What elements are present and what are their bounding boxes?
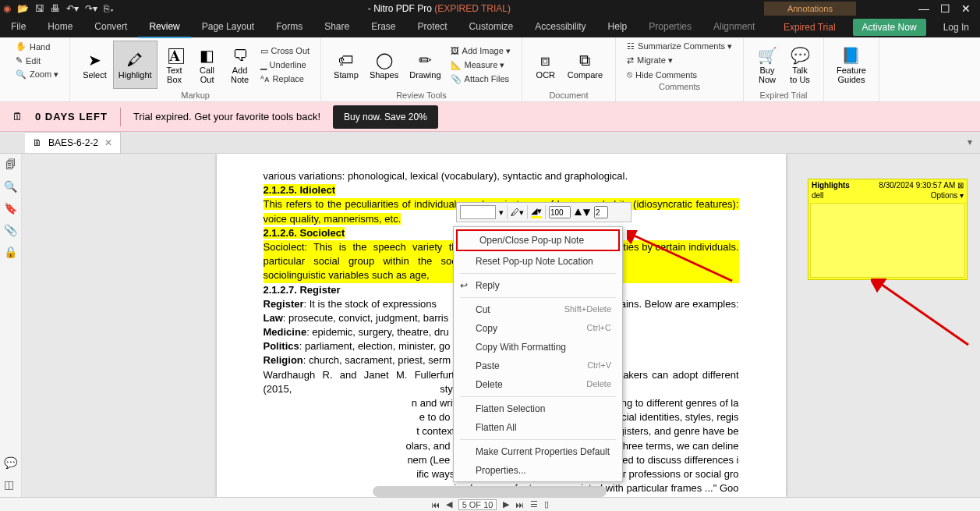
qat-more-icon[interactable]: ⎘▾	[104, 3, 115, 14]
replace-button[interactable]: ᴬᴀ Replace	[257, 73, 313, 85]
security-panel-icon[interactable]: 🔒	[4, 246, 17, 258]
login-button[interactable]: Log In	[932, 22, 980, 33]
menu-copy-formatting[interactable]: Copy With Formatting	[454, 338, 622, 357]
summarize-comments-button[interactable]: ☷ Summarize Comments ▾	[624, 41, 735, 52]
markup-group-label: Markup	[78, 89, 313, 100]
note-title: Highlights	[812, 181, 850, 190]
last-page-icon[interactable]: ⏭	[515, 500, 524, 509]
comments-panel-icon[interactable]: 💬	[4, 456, 17, 469]
menu-delete[interactable]: DeleteDelete	[454, 375, 622, 394]
hand-tool[interactable]: ✋ Hand	[12, 41, 62, 52]
reviewtools-group-label: Review Tools	[329, 89, 514, 100]
menu-alignment[interactable]: Alignment	[702, 16, 766, 38]
menu-reset-note-location[interactable]: Reset Pop-up Note Location	[454, 252, 622, 271]
pages-panel-icon[interactable]: 🗐	[5, 158, 16, 171]
edit-tool[interactable]: ✎ Edit	[12, 55, 62, 66]
talktous-button[interactable]: 💬Talk to Us	[784, 41, 815, 89]
underline-button[interactable]: ▁ Underline	[257, 59, 313, 71]
document-tab[interactable]: 🗎 BAES-6-2-2 ✕	[25, 132, 121, 153]
prev-page-icon[interactable]: ◀	[446, 499, 452, 509]
ocr-button[interactable]: ⧈OCR	[530, 41, 561, 89]
horizontal-scrollbar[interactable]	[373, 486, 607, 497]
width-input[interactable]	[594, 206, 608, 218]
select-button[interactable]: ➤Select	[78, 41, 111, 89]
first-page-icon[interactable]: ⏮	[431, 500, 440, 509]
opacity-spinner[interactable]: ⯅⯆	[574, 208, 591, 217]
drawing-button[interactable]: ✏Drawing	[405, 41, 445, 89]
menu-cut[interactable]: CutShift+Delete	[454, 300, 622, 319]
undo-icon[interactable]: ↶▾	[66, 3, 79, 14]
bookmarks-panel-icon[interactable]: 🔖	[4, 202, 17, 215]
view-continuous-icon[interactable]: ☰	[530, 499, 538, 509]
menu-protect[interactable]: Protect	[407, 16, 458, 38]
close-button[interactable]: ✕	[961, 2, 971, 15]
maximize-button[interactable]: ☐	[940, 2, 950, 15]
note-close-icon[interactable]: ⊠	[957, 181, 964, 190]
open-icon[interactable]: 📂	[17, 3, 29, 14]
search-panel-icon[interactable]: 🔍	[4, 180, 17, 193]
pen-tool-icon[interactable]: 🖊▾	[511, 208, 524, 218]
menu-forms[interactable]: Forms	[265, 16, 313, 38]
measure-button[interactable]: 📐 Measure ▾	[448, 59, 514, 71]
page-area[interactable]: various variations: phonological, lexica…	[22, 154, 980, 497]
menu-convert[interactable]: Convert	[83, 16, 138, 38]
menu-file[interactable]: File	[0, 16, 37, 38]
menu-properties[interactable]: Properties	[638, 16, 702, 38]
view-single-icon[interactable]: ▯	[544, 499, 549, 509]
redo-icon[interactable]: ↷▾	[85, 3, 97, 14]
addimage-button[interactable]: 🖼 Add Image ▾	[448, 45, 514, 57]
menu-flatten-selection[interactable]: Flatten Selection	[454, 399, 622, 418]
menu-page-layout[interactable]: Page Layout	[191, 16, 265, 38]
hide-comments-button[interactable]: ⦸ Hide Comments	[624, 69, 735, 80]
note-body[interactable]	[810, 203, 965, 278]
menu-flatten-all[interactable]: Flatten All	[454, 418, 622, 437]
callout-button[interactable]: ◧Call Out	[192, 41, 223, 89]
menu-paste[interactable]: PasteCtrl+V	[454, 357, 622, 375]
crossout-button[interactable]: ▭ Cross Out	[257, 45, 313, 57]
page-indicator[interactable]: 5 OF 10	[458, 499, 497, 510]
popup-note[interactable]: Highlights 8/30/2024 9:30:57 AM ⊠ dell O…	[808, 179, 968, 280]
opacity-input[interactable]	[549, 206, 571, 218]
menu-customize[interactable]: Customize	[458, 16, 525, 38]
fill-tool-icon[interactable]: ◢▾	[531, 206, 542, 218]
menu-home[interactable]: Home	[37, 16, 83, 38]
menu-accessibility[interactable]: Accessibility	[524, 16, 596, 38]
attachfiles-button[interactable]: 📎 Attach Files	[448, 73, 514, 85]
menu-erase[interactable]: Erase	[360, 16, 406, 38]
highlight-button[interactable]: 🖍Highlight	[113, 41, 157, 89]
tab-overflow-button[interactable]: ▾	[960, 132, 980, 153]
shapes-button[interactable]: ◯Shapes	[365, 41, 403, 89]
menu-properties[interactable]: Properties...	[454, 461, 622, 480]
print-icon[interactable]: 🖶	[51, 3, 60, 14]
svg-line-1	[879, 282, 968, 345]
menu-review[interactable]: Review	[138, 16, 190, 38]
note-options-button[interactable]: Options ▾	[931, 191, 964, 200]
migrate-button[interactable]: ⇄ Migrate ▾	[624, 55, 735, 66]
activate-now-button[interactable]: Activate Now	[853, 19, 926, 36]
featureguides-button[interactable]: 📘Feature Guides	[832, 41, 871, 89]
menu-share[interactable]: Share	[313, 16, 360, 38]
addnote-button[interactable]: 🗨Add Note	[225, 41, 256, 89]
menu-open-close-note[interactable]: Open/Close Pop-up Note	[456, 229, 620, 251]
compare-button[interactable]: ⧉Compare	[563, 41, 607, 89]
trial-message: Trial expired. Get your favorite tools b…	[133, 111, 320, 122]
menu-make-default[interactable]: Make Current Properties Default	[454, 442, 622, 461]
menu-help[interactable]: Help	[597, 16, 639, 38]
stamp-button[interactable]: 🏷Stamp	[329, 41, 363, 89]
expiredtrial-group-label: Expired Trial	[752, 89, 815, 100]
buy-now-button[interactable]: Buy now. Save 20%	[333, 105, 438, 129]
buynow-button[interactable]: 🛒Buy Now	[752, 41, 783, 89]
next-page-icon[interactable]: ▶	[503, 499, 509, 509]
textbox-button[interactable]: 𝐀⃞Text Box	[159, 41, 190, 89]
layers-panel-icon[interactable]: ◫	[4, 478, 17, 491]
window-controls: — ☐ ✕	[918, 2, 977, 15]
zoom-tool[interactable]: 🔍 Zoom ▾	[12, 69, 62, 80]
save-icon[interactable]: 🖫	[35, 3, 44, 14]
highlight-color-swatch[interactable]	[460, 205, 496, 219]
menu-copy[interactable]: CopyCtrl+C	[454, 319, 622, 338]
attachments-panel-icon[interactable]: 📎	[4, 224, 17, 236]
annotation-mini-toolbar[interactable]: ▾ 🖊▾ ◢▾ ⯅⯆	[456, 202, 632, 222]
tab-close-icon[interactable]: ✕	[104, 137, 112, 148]
minimize-button[interactable]: —	[918, 2, 929, 15]
menu-reply[interactable]: Reply	[454, 276, 622, 295]
